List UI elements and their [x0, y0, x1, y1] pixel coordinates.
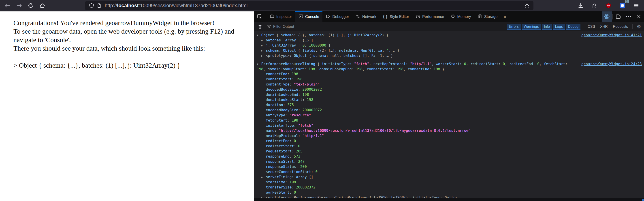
console-token-key: batches	[266, 38, 281, 42]
console-token-num: 4	[386, 48, 389, 52]
twisty-spacer	[261, 103, 266, 108]
debugger-icon	[326, 14, 330, 20]
source-location-link[interactable]: geoarrowDummyWidget.js:24:23	[581, 62, 642, 66]
console-property-row: contentType: "text/plain"	[257, 82, 642, 87]
console-token-key: fetchStart	[544, 62, 565, 66]
console-token-key: schema	[266, 48, 279, 52]
twisty-closed-icon[interactable]: ▶	[261, 38, 266, 43]
page-icon[interactable]	[95, 2, 103, 10]
content-area: Congratulations! You've rendered geoarro…	[0, 12, 644, 201]
console-token-key: connectEnd	[266, 72, 287, 76]
console-token-dim: :	[292, 77, 296, 81]
console-property-row: redirectStart: 0	[257, 144, 642, 149]
filter-css[interactable]: CSS	[586, 24, 597, 30]
filter-logs[interactable]: Logs	[553, 24, 565, 30]
console-token-key: contentType	[266, 82, 290, 86]
twisty-spacer	[261, 87, 266, 92]
console-token-num: 198	[292, 72, 298, 76]
console-token-dim: {	[296, 48, 302, 52]
twisty-open-icon[interactable]: ▼	[257, 62, 261, 67]
bookmark-star-icon[interactable]	[523, 2, 531, 10]
console-token-dim: :	[294, 144, 298, 148]
filter-xhr[interactable]: XHR	[598, 24, 610, 30]
console-token-dim: ,	[540, 62, 544, 66]
twisty-open-icon[interactable]: ▼	[257, 33, 261, 38]
console-property-row: ▶schema: Object { fields: (2) […], metad…	[257, 48, 642, 53]
filter-errors[interactable]: Errors	[507, 24, 521, 30]
forward-icon[interactable]	[15, 1, 23, 10]
twisty-closed-icon[interactable]: ▶	[261, 43, 266, 48]
divider	[583, 24, 583, 29]
responsive-design-icon[interactable]	[613, 12, 624, 22]
console-token-dim: :	[290, 154, 294, 158]
twisty-closed-icon[interactable]: ▶	[261, 54, 266, 58]
url-text[interactable]: http://localhost:10099/session/viewhtml1…	[105, 3, 523, 8]
console-token-num: 0	[294, 139, 296, 143]
source-location-link[interactable]: geoarrowDummyWidget.js:41:21	[581, 33, 642, 38]
page-blank-line	[14, 52, 250, 61]
console-token-key: j	[348, 33, 350, 37]
console-token-dim: ,	[304, 43, 309, 48]
devtools-tab-bar: InspectorConsoleDebuggerNetwork{ }Style …	[254, 12, 644, 22]
console-input-row[interactable]	[254, 198, 644, 201]
tab-performance[interactable]: Performance	[412, 12, 447, 22]
filter-requests[interactable]: Requests	[611, 24, 630, 30]
tab-storage[interactable]: Storage	[474, 12, 501, 22]
tab-memory[interactable]: Memory	[447, 12, 474, 22]
console-token-obj: Map(0)	[361, 48, 374, 52]
back-icon[interactable]	[3, 1, 12, 10]
twisty-closed-icon[interactable]: ▶	[261, 175, 266, 180]
url-bar[interactable]: http://localhost:10099/session/viewhtml1…	[85, 1, 534, 10]
tab-inspector[interactable]: Inspector	[266, 12, 295, 22]
console-token-key: initiatorType	[322, 62, 350, 66]
chevron-double-icon[interactable]: »	[501, 12, 509, 22]
tab-console[interactable]: Console	[295, 12, 322, 22]
console-property-row: responseEnd: 573	[257, 154, 642, 159]
console-token-dim: :	[311, 170, 315, 174]
twisty-closed-icon[interactable]: ▶	[261, 48, 266, 53]
twisty-closed-icon[interactable]: ▶	[261, 196, 266, 198]
console-token-num: 198	[296, 77, 302, 81]
twisty-spacer	[261, 72, 266, 77]
console-token-num: 198	[257, 67, 263, 71]
console-token-dim: :	[292, 175, 296, 179]
tab-network[interactable]: Network	[352, 12, 380, 22]
download-icon[interactable]	[576, 1, 585, 10]
hamburger-menu-icon[interactable]	[632, 1, 640, 10]
tab-debugger[interactable]: Debugger	[322, 12, 352, 22]
console-property-row: transferSize: 200002372	[257, 185, 642, 190]
console-token-strlink[interactable]: "http://localhost:10099/session/viewhtml…	[279, 128, 470, 133]
tab-label: Console	[305, 14, 319, 19]
meatball-menu-icon[interactable]: •••	[624, 12, 634, 22]
console-token-dim: : -1, … }	[374, 54, 393, 58]
reload-icon[interactable]	[26, 1, 35, 10]
close-icon[interactable]	[634, 12, 644, 22]
trash-icon[interactable]	[256, 23, 264, 30]
home-icon[interactable]	[38, 1, 46, 10]
twisty-spacer	[261, 98, 266, 102]
tab-style-editor[interactable]: { }Style Editor	[380, 12, 412, 22]
filter-warnings[interactable]: Warnings	[522, 24, 541, 30]
console-token-obj: Array	[285, 38, 296, 42]
console-token-key: domainLookupEnd	[266, 92, 298, 97]
console-token-num: 198	[307, 98, 313, 102]
filter-input[interactable]: Filter Output	[273, 24, 294, 29]
filter-debug[interactable]: Debug	[566, 24, 580, 30]
console-token-key: fields	[302, 48, 316, 52]
gear-icon[interactable]: ⚙	[636, 24, 641, 30]
shield-icon[interactable]	[88, 2, 95, 10]
console-token-dim: :	[298, 87, 302, 92]
toolbar-right-group: UO 2	[576, 1, 640, 10]
password-manager-icon[interactable]: 2	[618, 1, 626, 10]
console-token-num: 0	[464, 62, 466, 66]
filter-info[interactable]: Info	[542, 24, 552, 30]
extensions-puzzle-icon[interactable]	[590, 1, 599, 10]
console-token-key: name	[266, 128, 274, 133]
ublock-icon[interactable]: UO	[604, 1, 613, 10]
atom-icon[interactable]	[602, 12, 612, 22]
console-token-dim: }	[384, 33, 388, 37]
console-token-dim: {	[315, 62, 322, 66]
pick-element-icon[interactable]	[254, 12, 266, 22]
console-token-dim: :	[292, 149, 296, 153]
console-token-key: nextHopProtocol	[374, 62, 406, 66]
